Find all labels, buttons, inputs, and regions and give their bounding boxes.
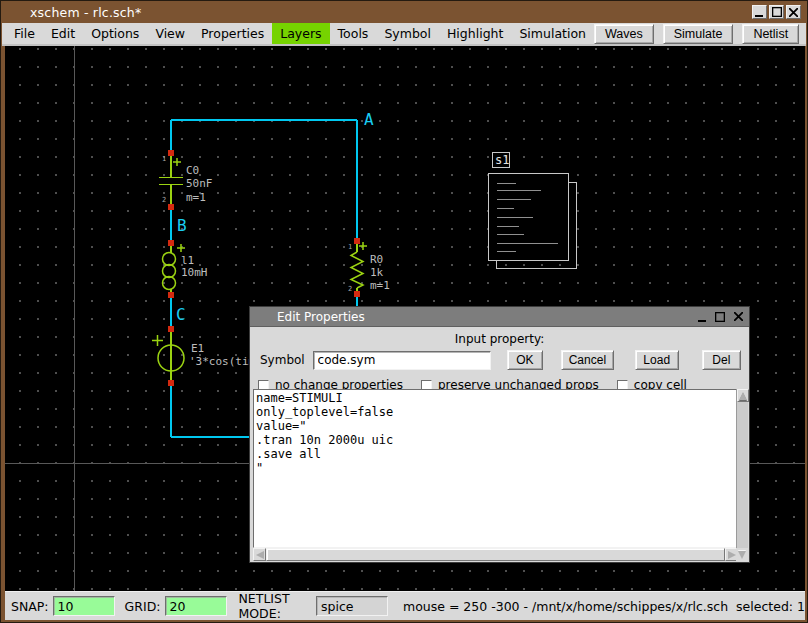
menu-file[interactable]: File bbox=[6, 23, 43, 44]
pin-box bbox=[168, 150, 174, 156]
symbol-input[interactable] bbox=[313, 351, 491, 370]
minimize-icon[interactable] bbox=[752, 5, 767, 19]
r0-pin1: 1 bbox=[348, 244, 352, 251]
close-icon[interactable] bbox=[786, 5, 801, 19]
mouse-status-text: mouse = 250 -300 - /mnt/x/home/schippes/… bbox=[403, 599, 805, 614]
input-property-label: Input property: bbox=[250, 332, 749, 346]
scroll-left-icon[interactable] bbox=[253, 548, 266, 561]
c0-m[interactable]: m=1 bbox=[186, 192, 206, 204]
menu-edit[interactable]: Edit bbox=[43, 23, 83, 44]
code-symbol-s1[interactable] bbox=[488, 152, 576, 268]
dialog-title: Edit Properties bbox=[250, 310, 365, 324]
node-label-b[interactable]: B bbox=[177, 218, 187, 234]
plus-icon bbox=[177, 244, 185, 252]
netlist-mode-input[interactable] bbox=[316, 596, 388, 616]
cancel-button[interactable]: Cancel bbox=[561, 350, 614, 370]
menu-symbol[interactable]: Symbol bbox=[376, 23, 439, 44]
pin-box bbox=[168, 204, 174, 210]
grid-label: GRID: bbox=[125, 599, 161, 614]
menu-highlight[interactable]: Highlight bbox=[439, 23, 511, 44]
grid-input[interactable] bbox=[165, 596, 227, 616]
snap-input[interactable] bbox=[53, 596, 115, 616]
pin-box bbox=[168, 240, 174, 246]
c0-pin1: 1 bbox=[162, 156, 166, 163]
resistor-r0[interactable] bbox=[351, 241, 367, 294]
app-window: xschem - rlc.sch* File Edit Options View… bbox=[0, 0, 808, 623]
symbol-label: Symbol bbox=[260, 353, 313, 367]
voltage-source-e1[interactable] bbox=[152, 332, 184, 381]
menu-simulation[interactable]: Simulation bbox=[511, 23, 594, 44]
plus-icon bbox=[152, 335, 163, 346]
vertical-scrollbar[interactable] bbox=[736, 389, 748, 548]
r0-name[interactable]: R0 bbox=[370, 254, 383, 266]
menu-layers[interactable]: Layers bbox=[272, 23, 329, 44]
node-label-a[interactable]: A bbox=[364, 112, 374, 128]
edit-properties-dialog: Edit Properties Input property: Symbol O… bbox=[249, 306, 750, 563]
r0-m[interactable]: m=1 bbox=[370, 280, 390, 292]
plus-icon bbox=[359, 242, 367, 250]
menu-properties[interactable]: Properties bbox=[193, 23, 272, 44]
load-button[interactable]: Load bbox=[635, 350, 679, 370]
horizontal-scroll-thumb[interactable] bbox=[266, 548, 725, 561]
window-titlebar[interactable]: xschem - rlc.sch* bbox=[2, 2, 806, 23]
maximize-icon[interactable] bbox=[769, 5, 784, 19]
dialog-titlebar[interactable]: Edit Properties bbox=[250, 307, 749, 327]
statusbar: SNAP: GRID: NETLIST MODE: mouse = 250 -3… bbox=[5, 591, 805, 620]
property-textarea[interactable]: name=STIMULI only_toplevel=false value="… bbox=[253, 389, 738, 548]
property-text[interactable]: name=STIMULI only_toplevel=false value="… bbox=[254, 390, 737, 476]
dialog-maximize-icon[interactable] bbox=[713, 310, 727, 323]
dialog-close-icon[interactable] bbox=[731, 310, 745, 323]
c0-pin2: 2 bbox=[162, 197, 166, 204]
plus-icon bbox=[173, 158, 181, 166]
simulate-button[interactable]: Simulate bbox=[663, 24, 734, 44]
r0-value[interactable]: 1k bbox=[370, 267, 383, 279]
waves-button[interactable]: Waves bbox=[594, 24, 654, 44]
menu-view[interactable]: View bbox=[147, 23, 193, 44]
node-label-c[interactable]: C bbox=[176, 307, 186, 323]
menu-tools[interactable]: Tools bbox=[330, 23, 377, 44]
pin-box bbox=[354, 291, 360, 297]
horizontal-scrollbar[interactable] bbox=[253, 548, 738, 561]
e1-name[interactable]: E1 bbox=[191, 343, 204, 355]
pin-box bbox=[168, 380, 174, 386]
scroll-up-icon[interactable] bbox=[737, 389, 749, 402]
netlist-button[interactable]: Netlist bbox=[742, 24, 799, 44]
pin-box bbox=[168, 292, 174, 298]
pin-box bbox=[354, 238, 360, 244]
ok-button[interactable]: OK bbox=[507, 350, 543, 370]
dialog-minimize-icon[interactable] bbox=[695, 310, 709, 323]
pin-box bbox=[168, 326, 174, 332]
window-title: xschem - rlc.sch* bbox=[2, 5, 141, 20]
snap-label: SNAP: bbox=[11, 599, 49, 614]
menu-options[interactable]: Options bbox=[83, 23, 147, 44]
menubar: File Edit Options View Properties Layers… bbox=[2, 23, 806, 46]
c0-name[interactable]: C0 bbox=[186, 165, 199, 177]
scroll-down-icon[interactable] bbox=[736, 548, 748, 561]
r0-pin2: 2 bbox=[348, 286, 352, 293]
netlist-mode-label: NETLIST MODE: bbox=[239, 591, 313, 621]
c0-value[interactable]: 50nF bbox=[186, 178, 213, 190]
s1-instance-label[interactable]: s1 bbox=[495, 154, 509, 166]
l1-value[interactable]: 10mH bbox=[181, 267, 208, 279]
del-button[interactable]: Del bbox=[702, 350, 741, 370]
